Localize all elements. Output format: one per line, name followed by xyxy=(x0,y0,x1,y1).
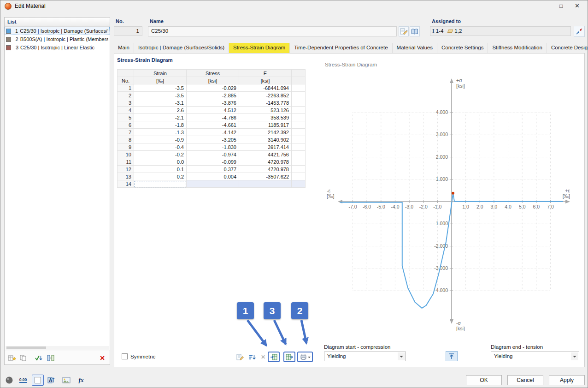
stress-cell[interactable]: 0.004 xyxy=(187,173,239,180)
e-modulus-cell[interactable]: 2142.392 xyxy=(239,129,292,136)
tab-time-dependent-properties-of-concrete[interactable]: Time-Dependent Properties of Concrete xyxy=(290,43,392,53)
table-options-dropdown-button[interactable] xyxy=(297,352,313,362)
table-row: 10-0.2-0.9744421.756 xyxy=(118,151,306,158)
stress-cell[interactable]: -4.512 xyxy=(187,107,239,114)
cancel-button[interactable]: Cancel xyxy=(507,375,543,385)
e-modulus-cell[interactable]: 4720.978 xyxy=(239,158,292,166)
strain-cell[interactable]: -3.5 xyxy=(134,92,187,99)
copy-material-button[interactable] xyxy=(18,353,29,363)
e-modulus-cell[interactable] xyxy=(239,180,292,188)
e-modulus-cell[interactable]: 358.539 xyxy=(239,114,292,121)
stress-cell[interactable]: -0.029 xyxy=(187,84,239,92)
tab-stiffness-modification[interactable]: Stiffness Modification xyxy=(488,43,547,53)
e-modulus-cell[interactable]: -3507.622 xyxy=(239,173,292,180)
diagram-start-select[interactable]: Yielding xyxy=(324,352,406,361)
extra-cell xyxy=(292,143,306,151)
strain-cell[interactable]: -2.6 xyxy=(134,107,187,114)
e-modulus-cell[interactable]: 4720.978 xyxy=(239,166,292,173)
stress-cell[interactable]: -0.974 xyxy=(187,151,239,158)
export-table-button[interactable] xyxy=(283,352,295,362)
strain-cell[interactable] xyxy=(134,180,187,188)
e-modulus-cell[interactable]: 1185.917 xyxy=(239,121,292,129)
stress-cell[interactable]: -1.830 xyxy=(187,143,239,151)
e-modulus-cell[interactable]: -523.126 xyxy=(239,107,292,114)
new-material-button[interactable] xyxy=(6,353,18,363)
import-table-button[interactable] xyxy=(268,352,280,362)
select-assigned-objects-button[interactable] xyxy=(574,26,585,37)
sort-rows-button[interactable] xyxy=(247,352,258,362)
diagram-end-select[interactable]: Yielding xyxy=(491,352,579,361)
list-item[interactable]: 3C25/30 | Isotropic | Linear Elastic xyxy=(5,43,110,52)
e-modulus-cell[interactable]: 3917.414 xyxy=(239,143,292,151)
column-header: [‰] xyxy=(134,77,187,84)
check-sort-icon xyxy=(35,354,43,362)
image-button[interactable] xyxy=(60,375,72,386)
svg-text:-5.0: -5.0 xyxy=(377,204,385,209)
list-item[interactable]: 2B500S(A) | Isotropic | Plastic (Members… xyxy=(5,35,110,43)
tab-stress-strain-diagram[interactable]: Stress-Strain Diagram xyxy=(229,43,290,53)
strain-cell[interactable]: -0.2 xyxy=(134,151,187,158)
svg-text:-1.0: -1.0 xyxy=(433,204,441,209)
tab-material-values[interactable]: Material Values xyxy=(393,43,437,53)
e-modulus-cell[interactable]: 4421.756 xyxy=(239,151,292,158)
stress-cell[interactable]: -3.876 xyxy=(187,99,239,107)
check-materials-button[interactable] xyxy=(33,353,44,363)
close-icon[interactable]: ✕ xyxy=(567,0,588,12)
list-horizontal-scrollbar[interactable] xyxy=(6,346,109,350)
stress-cell[interactable]: 0.377 xyxy=(187,166,239,173)
strain-cell[interactable]: -0.4 xyxy=(134,143,187,151)
stress-cell[interactable] xyxy=(187,180,239,188)
stress-strain-chart-pane: Stress-Strain Diagram -7.0-6.0-5.0-4.0-3… xyxy=(320,54,585,367)
strain-cell[interactable]: -1.8 xyxy=(134,121,187,129)
extra-cell xyxy=(292,136,306,143)
rendering-sphere-button[interactable] xyxy=(3,375,15,386)
strain-cell[interactable]: -3.5 xyxy=(134,84,187,92)
e-modulus-cell[interactable]: -1453.778 xyxy=(239,99,292,107)
row-number-cell: 12 xyxy=(118,166,134,173)
rename-material-button[interactable] xyxy=(399,26,409,36)
stress-cell[interactable]: -4.142 xyxy=(187,129,239,136)
compare-materials-button[interactable] xyxy=(45,353,56,363)
apply-button[interactable]: Apply xyxy=(549,375,585,385)
strain-cell[interactable]: -3.1 xyxy=(134,99,187,107)
stress-cell[interactable]: -0.099 xyxy=(187,158,239,166)
table-row: 5-2.1-4.786358.539 xyxy=(118,114,306,121)
symmetric-checkbox[interactable] xyxy=(122,353,128,359)
row-number-cell: 9 xyxy=(118,143,134,151)
decimal-places-button[interactable]: 0.00 xyxy=(17,375,29,386)
tab-concrete-settings[interactable]: Concrete Settings xyxy=(437,43,488,53)
material-name-input[interactable]: C25/30 xyxy=(148,26,397,36)
ok-button[interactable]: OK xyxy=(466,375,502,385)
e-modulus-cell[interactable]: -68441.094 xyxy=(239,84,292,92)
strain-cell[interactable]: 0.2 xyxy=(134,173,187,180)
strain-cell[interactable]: -1.3 xyxy=(134,129,187,136)
e-modulus-cell[interactable]: -2263.852 xyxy=(239,92,292,99)
delete-all-materials-button[interactable]: ✕ xyxy=(97,353,108,363)
scrollbar-thumb[interactable] xyxy=(6,346,46,349)
row-number-cell: 11 xyxy=(118,158,134,166)
column-header: [ksi] xyxy=(187,77,239,84)
e-modulus-cell[interactable]: 3140.902 xyxy=(239,136,292,143)
strain-cell[interactable]: -0.9 xyxy=(134,136,187,143)
tension-limit-button[interactable] xyxy=(446,351,458,361)
sphere-icon xyxy=(5,376,13,384)
clear-table-button[interactable]: ✕ xyxy=(258,352,269,362)
stress-cell[interactable]: -2.885 xyxy=(187,92,239,99)
formula-button[interactable]: fx xyxy=(75,375,87,386)
dimensions-button[interactable]: A xyxy=(46,375,58,386)
stress-cell[interactable]: -4.661 xyxy=(187,121,239,129)
tab-isotropic-damage-surfaces-solids[interactable]: Isotropic | Damage (Surfaces/Solids) xyxy=(134,43,229,53)
svg-text:2.0: 2.0 xyxy=(476,204,483,209)
strain-cell[interactable]: 0.0 xyxy=(134,158,187,166)
edit-diagram-button[interactable] xyxy=(235,352,246,362)
stress-cell[interactable]: -4.786 xyxy=(187,114,239,121)
table-row: 4-2.6-4.512-523.126 xyxy=(118,107,306,114)
tab-main[interactable]: Main xyxy=(114,43,134,53)
list-item[interactable]: 1C25/30 | Isotropic | Damage (Surfaces/S… xyxy=(5,27,110,35)
strain-cell[interactable]: -2.1 xyxy=(134,114,187,121)
stress-cell[interactable]: -3.205 xyxy=(187,136,239,143)
color-display-button[interactable] xyxy=(32,375,44,386)
tab-concrete-design[interactable]: Concrete Design xyxy=(547,43,588,53)
strain-cell[interactable]: 0.1 xyxy=(134,166,187,173)
material-library-button[interactable] xyxy=(410,26,420,36)
